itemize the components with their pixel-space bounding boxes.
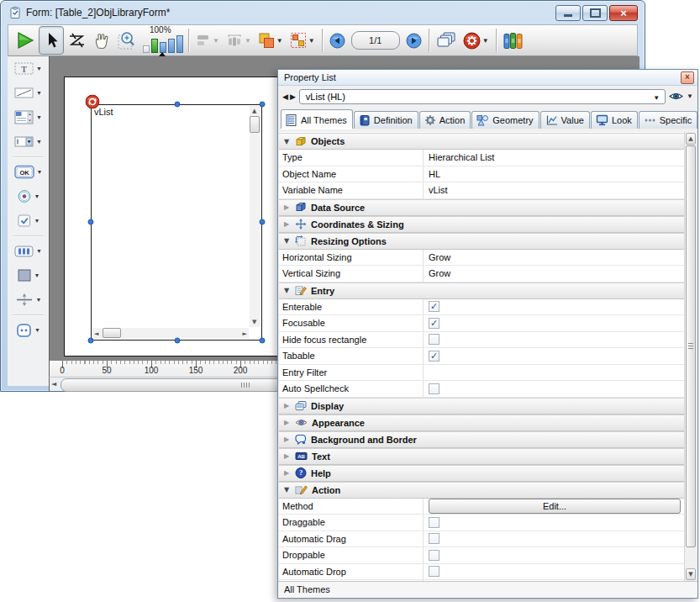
text-tool-button[interactable]: T▼ [8, 56, 49, 81]
tab-specific[interactable]: Specific [639, 111, 698, 129]
property-value[interactable]: Grow [429, 268, 450, 278]
property-value-cell[interactable] [424, 547, 684, 563]
next-page-button[interactable] [403, 27, 425, 54]
chevron-down-icon[interactable]: ▼ [34, 272, 40, 278]
property-value-cell[interactable] [424, 365, 684, 381]
checkbox-checked[interactable]: ✓ [429, 351, 439, 362]
property-value-cell[interactable]: HL [424, 166, 684, 182]
property-value[interactable]: Hierarchical List [429, 152, 494, 162]
button-tool-button[interactable]: OK▼ [8, 160, 49, 184]
triangle-down-icon[interactable]: ▼ [282, 237, 291, 245]
property-value-cell[interactable]: ✓ [424, 315, 684, 331]
property-value-cell[interactable] [424, 531, 684, 547]
checkbox-unchecked[interactable] [429, 383, 439, 394]
object-horizontal-scrollbar[interactable]: ◄ ► [92, 328, 249, 339]
scroll-left-icon[interactable]: ◄ [94, 330, 98, 337]
zoom-bar-1[interactable] [143, 45, 150, 53]
handle-top-right[interactable] [260, 102, 266, 108]
chevron-down-icon[interactable]: ▼ [36, 248, 42, 254]
chevron-down-icon[interactable]: ▼ [34, 193, 40, 199]
selection-tool-button[interactable] [39, 26, 64, 55]
chevron-down-icon[interactable]: ▼ [37, 169, 43, 175]
property-list-titlebar[interactable]: Property List × [278, 70, 697, 86]
listbox-tool-button[interactable]: ▼ [8, 105, 49, 129]
object-vertical-scrollbar[interactable]: ▲ ▼ [250, 106, 261, 327]
scroll-right-icon[interactable]: ► [243, 330, 247, 337]
scroll-thumb[interactable] [250, 116, 260, 133]
previous-object-icon[interactable]: ◀ [282, 92, 288, 101]
property-value-cell[interactable]: Grow [424, 266, 684, 282]
badge-tool-button[interactable] [64, 27, 89, 54]
zoom-bars-icon[interactable] [143, 34, 183, 53]
combobox-tool-button[interactable]: ▼ [8, 129, 49, 154]
triangle-down-icon[interactable]: ▼ [282, 138, 291, 145]
tab-all-themes[interactable]: All Themes [281, 109, 353, 129]
tabcontrol-tool-button[interactable]: ▼ [8, 318, 49, 342]
scroll-thumb[interactable] [103, 328, 121, 338]
handle-bottom-right[interactable] [260, 338, 266, 344]
next-object-icon[interactable]: ▶ [290, 92, 296, 101]
checkbox-unchecked[interactable] [429, 334, 439, 345]
chevron-down-icon[interactable]: ▼ [36, 114, 42, 120]
hierarchical-list-object[interactable]: vList ▲ ▼ ◄ ► [91, 104, 262, 341]
property-value[interactable]: Grow [429, 252, 450, 262]
window-titlebar[interactable]: Form: [Table_2]ObjLibraryForm* × [1, 1, 645, 24]
object-selector-dropdown[interactable]: vList (HL) ▼ [299, 89, 666, 104]
handle-bottom-middle[interactable] [175, 338, 181, 344]
section-display[interactable]: ▶Display [279, 398, 684, 415]
property-value-cell[interactable]: ✓ [424, 299, 684, 315]
section-resizing-options[interactable]: ▼Resizing Options [279, 233, 684, 250]
triangle-right-icon[interactable]: ▶ [282, 419, 291, 426]
scroll-up-icon[interactable]: ▲ [686, 133, 696, 145]
toolbar-tool-button[interactable]: ▼ [8, 239, 49, 263]
layers-button[interactable]: ▼ [255, 27, 287, 54]
scroll-down-icon[interactable]: ▼ [686, 568, 696, 580]
checkbox-unchecked[interactable] [429, 550, 439, 561]
edit-method-button[interactable]: Edit... [429, 499, 681, 514]
property-value-cell[interactable] [424, 332, 684, 348]
close-button[interactable]: × [609, 5, 638, 21]
handle-top-middle[interactable] [175, 102, 181, 108]
zoom-bar-5[interactable] [176, 35, 183, 53]
checkbox-checked[interactable]: ✓ [429, 318, 439, 329]
scroll-up-icon[interactable]: ▲ [252, 108, 256, 114]
checkbox-unchecked[interactable] [429, 517, 439, 528]
section-coordinates-sizing[interactable]: ▶Coordinates & Sizing [279, 216, 684, 233]
handle-middle-right[interactable] [260, 219, 266, 225]
chevron-down-icon[interactable]: ▼ [653, 94, 660, 102]
chevron-down-icon[interactable]: ▼ [276, 37, 283, 45]
chevron-down-icon[interactable]: ▼ [482, 37, 489, 45]
scroll-thumb[interactable] [686, 145, 696, 547]
property-value-cell[interactable]: Grow [424, 250, 684, 266]
rectangle-tool-button[interactable]: ▼ [8, 263, 49, 288]
section-action[interactable]: ▼Action [279, 482, 684, 499]
zoom-tool-button[interactable] [114, 27, 141, 54]
minimize-button[interactable] [555, 5, 581, 21]
tab-action[interactable]: Action [419, 111, 471, 129]
scroll-left-icon[interactable]: ◄ [51, 380, 56, 388]
checkbox-tool-button[interactable]: ▼ [8, 209, 49, 233]
chevron-down-icon[interactable]: ▼ [36, 297, 42, 303]
triangle-right-icon[interactable]: ▶ [282, 469, 291, 477]
triangle-right-icon[interactable]: ▶ [282, 203, 291, 211]
section-help[interactable]: ▶?Help [279, 465, 684, 482]
property-value-cell[interactable] [424, 564, 684, 580]
section-appearance[interactable]: ▶Appearance [279, 415, 684, 431]
property-value-cell[interactable] [424, 381, 684, 397]
tab-geometry[interactable]: Geometry [471, 111, 539, 129]
radio-tool-button[interactable]: ▼ [8, 184, 49, 209]
checkbox-unchecked[interactable] [429, 533, 439, 544]
property-value-cell[interactable]: vList [424, 182, 684, 198]
splitter-tool-button[interactable]: ▼ [8, 288, 49, 312]
section-text[interactable]: ▶ABText [279, 448, 684, 465]
tab-look[interactable]: Look [591, 111, 638, 129]
property-value-cell[interactable]: Edit... [424, 499, 684, 515]
run-form-button[interactable] [12, 27, 39, 54]
page-indicator[interactable]: 1/1 [351, 31, 400, 50]
pan-tool-button[interactable] [89, 27, 114, 54]
triangle-right-icon[interactable]: ▶ [282, 452, 291, 460]
chevron-down-icon[interactable]: ▼ [34, 327, 40, 333]
chevron-down-icon[interactable]: ▼ [36, 90, 42, 96]
chevron-down-icon[interactable]: ▼ [687, 92, 693, 100]
windows-button[interactable] [433, 27, 460, 54]
